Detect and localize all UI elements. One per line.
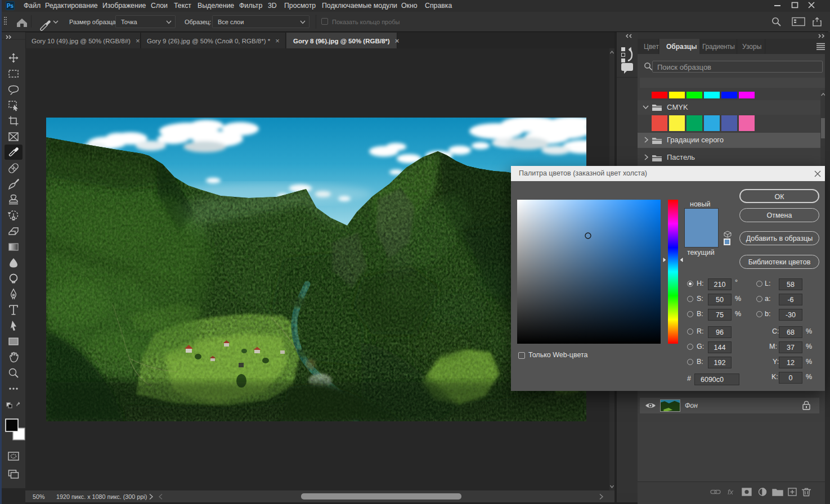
svg-text:fx: fx xyxy=(728,488,734,496)
